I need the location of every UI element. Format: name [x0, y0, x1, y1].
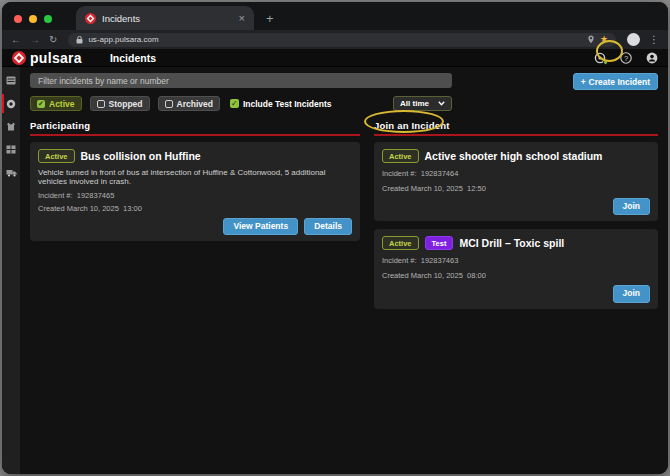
tab-title: Incidents	[102, 13, 233, 24]
browser-menu-icon[interactable]: ⋮	[649, 35, 659, 45]
browser-tab[interactable]: Incidents ×	[76, 6, 254, 30]
app-header: pulsara Incidents ?	[2, 49, 668, 67]
tab-strip: Incidents × +	[2, 2, 668, 30]
pulsara-favicon	[85, 13, 96, 24]
brand-name: pulsara	[30, 50, 82, 66]
incident-created: Created March 10, 2025 13:00	[38, 204, 352, 213]
lock-icon	[76, 36, 83, 44]
join-button[interactable]: Join	[613, 285, 650, 302]
create-incident-button[interactable]: + Create Incident	[573, 73, 658, 90]
reload-icon[interactable]: ↻	[49, 35, 57, 45]
ambulance-icon	[6, 169, 17, 177]
status-badge: Active	[382, 149, 419, 163]
time-range-select[interactable]: All time	[393, 96, 452, 111]
address-bar[interactable]: us-app.pulsara.com ★	[68, 33, 616, 47]
plus-icon: +	[581, 77, 586, 87]
join-section: Join an Incident Active Active shooter h…	[374, 120, 658, 317]
filter-active-toggle[interactable]: ✓ Active	[30, 96, 82, 111]
incident-card-mci-drill: Active Test MCI Drill – Toxic spill Inci…	[374, 229, 658, 308]
forward-icon[interactable]: →	[30, 35, 40, 45]
incident-card-active-shooter: Active Active shooter high school stadiu…	[374, 142, 658, 221]
presence-dot	[603, 60, 608, 65]
incident-card-bus-collision: Active Bus collision on Huffine Vehicle …	[30, 142, 360, 241]
sidebar-item-patients[interactable]	[2, 120, 20, 133]
participating-heading: Participating	[30, 120, 360, 131]
back-icon[interactable]: ←	[11, 35, 21, 45]
incident-number: Incident #: 192837465	[38, 191, 352, 200]
details-button[interactable]: Details	[304, 218, 352, 235]
sidebar-item-ems[interactable]	[2, 166, 20, 179]
browser-toolbar: ← → ↻ us-app.pulsara.com ★ ⋮	[2, 30, 668, 49]
location-status-icon[interactable]	[593, 51, 606, 64]
view-patients-button[interactable]: View Patients	[223, 218, 298, 235]
incidents-target-icon	[6, 99, 16, 109]
tab-close-icon[interactable]: ×	[239, 13, 245, 24]
incident-number: Incident #: 192837464	[382, 169, 650, 178]
account-icon[interactable]	[645, 51, 658, 64]
chevron-down-icon	[438, 101, 445, 106]
new-tab-button[interactable]: +	[266, 12, 274, 25]
url-text: us-app.pulsara.com	[88, 35, 582, 44]
include-test-checkbox: ✓	[230, 99, 239, 108]
join-button[interactable]: Join	[613, 198, 650, 215]
archived-checkbox	[165, 100, 173, 108]
sidebar-item-reports[interactable]	[2, 143, 20, 156]
location-pin-icon[interactable]	[587, 35, 595, 44]
include-test-toggle[interactable]: ✓ Include Test Incidents	[230, 99, 332, 109]
sidebar-item-dashboard[interactable]	[2, 74, 20, 87]
svg-text:?: ?	[623, 53, 627, 62]
incident-number: Incident #: 192837463	[382, 256, 650, 265]
minimize-window-button[interactable]	[29, 15, 37, 23]
dashboard-list-icon	[6, 76, 16, 85]
pulsara-logo: pulsara	[12, 50, 82, 66]
incident-description: Vehicle turned in front of bus at inters…	[38, 168, 352, 186]
join-heading: Join an Incident	[374, 120, 658, 131]
section-divider	[30, 134, 360, 136]
incident-title: Bus collision on Huffine	[81, 150, 201, 162]
patient-icon	[6, 122, 16, 131]
help-icon[interactable]: ?	[619, 51, 632, 64]
incident-filter-input[interactable]	[30, 73, 452, 88]
traffic-lights	[14, 15, 52, 23]
test-badge: Test	[425, 236, 454, 250]
page-title: Incidents	[110, 52, 156, 64]
participating-section: Participating Active Bus collision on Hu…	[30, 120, 360, 317]
close-window-button[interactable]	[14, 15, 22, 23]
active-checkbox: ✓	[37, 100, 45, 108]
bookmark-star-icon[interactable]: ★	[600, 35, 608, 44]
status-badge: Active	[382, 236, 419, 250]
incident-created: Created March 10, 2025 08:00	[382, 271, 650, 280]
grid-icon	[6, 145, 16, 154]
filter-stopped-toggle[interactable]: Stopped	[90, 96, 150, 111]
filter-archived-toggle[interactable]: Archived	[158, 96, 220, 111]
section-divider	[374, 134, 658, 136]
status-badge: Active	[38, 149, 75, 163]
incident-title: MCI Drill – Toxic spill	[459, 237, 564, 249]
sidebar-item-incidents[interactable]	[2, 97, 20, 110]
browser-window: Incidents × + ← → ↻ us-app.pulsara.com ★…	[2, 2, 668, 474]
stopped-checkbox	[97, 100, 105, 108]
zoom-window-button[interactable]	[44, 15, 52, 23]
incident-title: Active shooter high school stadium	[425, 150, 603, 162]
incident-created: Created March 10, 2025 12:50	[382, 184, 650, 193]
browser-profile-avatar[interactable]	[627, 33, 640, 46]
sidebar	[2, 67, 20, 474]
